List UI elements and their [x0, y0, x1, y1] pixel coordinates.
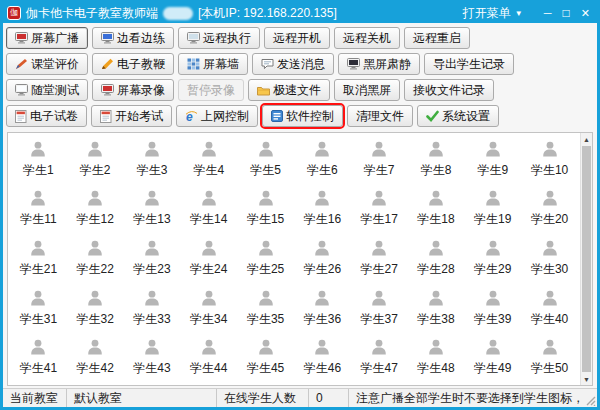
electronic-test-paper-button[interactable]: 电子试卷 [6, 105, 87, 127]
student-item[interactable]: 学生2 [67, 135, 124, 185]
remote-power-on-button[interactable]: 远程开机 [264, 27, 330, 49]
scroll-down-icon[interactable]: ▼ [581, 373, 592, 385]
student-person-icon [142, 190, 162, 209]
student-item[interactable]: 学生41 [10, 333, 67, 383]
student-label: 学生33 [133, 311, 170, 328]
software-control-button[interactable]: 软件控制 [262, 105, 343, 127]
student-item[interactable]: 学生4 [180, 135, 237, 185]
black-screen-silence-button[interactable]: 黑屏肃静 [338, 53, 420, 75]
export-student-records-button[interactable]: 导出学生记录 [424, 53, 514, 75]
toolbar-button-label: 取消黑屏 [343, 82, 391, 99]
student-item[interactable]: 学生1 [10, 135, 67, 185]
student-item[interactable]: 学生11 [10, 185, 67, 235]
app-icon: 伽 [7, 6, 21, 20]
system-settings-button[interactable]: 系统设置 [417, 105, 499, 127]
student-person-icon [28, 339, 48, 358]
student-item[interactable]: 学生19 [464, 185, 521, 235]
student-item[interactable]: 学生15 [237, 185, 294, 235]
student-item[interactable]: 学生31 [10, 284, 67, 334]
student-item[interactable]: 学生3 [124, 135, 181, 185]
student-item[interactable]: 学生36 [294, 284, 351, 334]
student-item[interactable]: 学生16 [294, 185, 351, 235]
watch-and-practice-button[interactable]: 边看边练 [92, 27, 174, 49]
student-item[interactable]: 学生21 [10, 234, 67, 284]
student-item[interactable]: 学生39 [464, 284, 521, 334]
student-item[interactable]: 学生46 [294, 333, 351, 383]
close-button[interactable]: ✕ [581, 8, 590, 19]
clean-files-button[interactable]: 清理文件 [347, 105, 413, 127]
student-label: 学生6 [307, 162, 338, 179]
scrollbar-thumb[interactable] [582, 146, 591, 372]
student-person-icon [369, 240, 389, 259]
student-item[interactable]: 学生40 [521, 284, 578, 334]
student-item[interactable]: 学生20 [521, 185, 578, 235]
student-item[interactable]: 学生37 [351, 284, 408, 334]
student-item[interactable]: 学生42 [67, 333, 124, 383]
student-item[interactable]: 学生7 [351, 135, 408, 185]
send-message-button[interactable]: 发送消息 [252, 53, 334, 75]
start-exam-button[interactable]: 开始考试 [91, 105, 172, 127]
student-item[interactable]: 学生22 [67, 234, 124, 284]
screen-recording-button[interactable]: 屏幕录像 [92, 79, 174, 101]
student-item[interactable]: 学生29 [464, 234, 521, 284]
internet-control-button[interactable]: e上网控制 [176, 105, 258, 127]
toolbar-button-label: 边看边练 [117, 30, 165, 47]
student-item[interactable]: 学生32 [67, 284, 124, 334]
student-label: 学生8 [421, 162, 452, 179]
student-item[interactable]: 学生14 [180, 185, 237, 235]
student-item[interactable]: 学生30 [521, 234, 578, 284]
student-item[interactable]: 学生17 [351, 185, 408, 235]
student-item[interactable]: 学生8 [408, 135, 465, 185]
online-students-label: 在线学生人数 [217, 389, 309, 407]
class-quiz-button[interactable]: 随堂测试 [6, 79, 88, 101]
student-label: 学生4 [193, 162, 224, 179]
resize-grip-icon[interactable] [584, 389, 597, 407]
student-item[interactable]: 学生23 [124, 234, 181, 284]
student-item[interactable]: 学生6 [294, 135, 351, 185]
student-item[interactable]: 学生48 [408, 333, 465, 383]
cancel-black-screen-button[interactable]: 取消黑屏 [334, 79, 400, 101]
student-item[interactable]: 学生9 [464, 135, 521, 185]
screen-broadcast-button[interactable]: 屏幕广播 [6, 27, 88, 49]
minimize-button[interactable]: ─ [544, 8, 552, 19]
student-item[interactable]: 学生10 [521, 135, 578, 185]
student-item[interactable]: 学生49 [464, 333, 521, 383]
student-item[interactable]: 学生34 [180, 284, 237, 334]
student-item[interactable]: 学生35 [237, 284, 294, 334]
receive-file-records-button[interactable]: 接收文件记录 [404, 79, 494, 101]
student-item[interactable]: 学生18 [408, 185, 465, 235]
maximize-button[interactable]: □ [563, 7, 570, 19]
student-item[interactable]: 学生45 [237, 333, 294, 383]
student-item[interactable]: 学生27 [351, 234, 408, 284]
student-item[interactable]: 学生5 [237, 135, 294, 185]
class-evaluation-button[interactable]: 课堂评价 [6, 53, 88, 75]
student-item[interactable]: 学生38 [408, 284, 465, 334]
remote-shutdown-button[interactable]: 远程关机 [334, 27, 400, 49]
student-person-icon [426, 339, 446, 358]
student-item[interactable]: 学生50 [521, 333, 578, 383]
student-item[interactable]: 学生24 [180, 234, 237, 284]
student-item[interactable]: 学生28 [408, 234, 465, 284]
remote-restart-button[interactable]: 远程重启 [404, 27, 470, 49]
student-item[interactable]: 学生12 [67, 185, 124, 235]
open-menu-button[interactable]: 打开菜单 ▼ [463, 5, 523, 22]
student-item[interactable]: 学生13 [124, 185, 181, 235]
student-item[interactable]: 学生26 [294, 234, 351, 284]
screen-wall-button[interactable]: 屏幕墙 [178, 53, 248, 75]
student-item[interactable]: 学生25 [237, 234, 294, 284]
student-item[interactable]: 学生43 [124, 333, 181, 383]
student-item[interactable]: 学生44 [180, 333, 237, 383]
student-person-icon [540, 339, 560, 358]
vertical-scrollbar[interactable]: ▲ ▼ [580, 133, 592, 385]
scroll-up-icon[interactable]: ▲ [581, 133, 592, 145]
student-label: 学生39 [474, 311, 511, 328]
student-label: 学生14 [190, 211, 227, 228]
toolbar-button-label: 远程关机 [343, 30, 391, 47]
remote-execute-button[interactable]: 远程执行 [178, 27, 260, 49]
student-person-icon [312, 240, 332, 259]
speed-file-button[interactable]: 极速文件 [248, 79, 330, 101]
student-item[interactable]: 学生33 [124, 284, 181, 334]
student-person-icon [85, 339, 105, 358]
electronic-pointer-button[interactable]: 电子教鞭 [92, 53, 174, 75]
student-item[interactable]: 学生47 [351, 333, 408, 383]
